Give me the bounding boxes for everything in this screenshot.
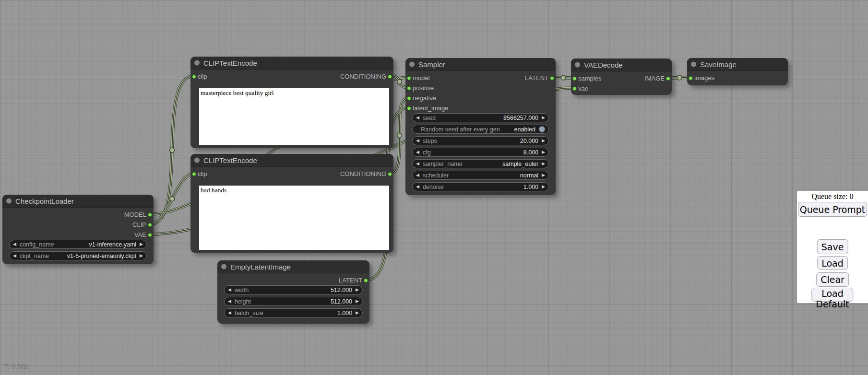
slot-rows: clipCONDITIONING [190,167,393,179]
collapse-dot[interactable] [691,62,696,67]
widget-value: 512.000 [331,287,352,293]
decrement-arrow-icon[interactable]: ◀ [416,139,419,143]
prompt-textarea[interactable] [199,186,389,250]
increment-arrow-icon[interactable]: ▶ [542,173,545,177]
model-input-slot[interactable] [407,76,411,80]
node-title-bar[interactable]: CheckpointLoader [2,195,154,208]
decrement-arrow-icon[interactable]: ◀ [416,116,419,120]
image-output-slot[interactable] [666,76,670,81]
samples-input-slot[interactable] [572,76,577,81]
latent-output-slot[interactable] [550,76,554,80]
node-title-label: CLIPTextEncode [203,156,257,164]
node-title-bar[interactable]: CLIPTextEncode [190,154,393,167]
slot-rows: samplesIMAGEvae [571,71,672,94]
slot-row: images [687,73,788,83]
slot-label-model: model [413,74,429,82]
increment-arrow-icon[interactable]: ▶ [140,254,143,258]
images-input-slot[interactable] [689,76,693,80]
increment-arrow-icon[interactable]: ▶ [542,150,545,154]
slot-rows: MODELCLIPVAE [2,208,154,240]
toggle-dot-icon[interactable] [539,126,545,132]
node-title-label: EmptyLatentImage [230,263,291,271]
scheduler-widget[interactable]: ◀schedulernormal▶ [412,171,549,180]
decrement-arrow-icon[interactable]: ◀ [416,162,419,166]
clip-input-slot[interactable] [192,74,196,79]
latent_image-input-slot[interactable] [407,106,411,110]
node-clip-text-encode-positive[interactable]: CLIPTextEncodeclipCONDITIONING [190,57,393,148]
decrement-arrow-icon[interactable]: ◀ [13,254,16,258]
ckpt_name-widget[interactable]: ◀ckpt_namev1-5-pruned-emaonly.ckpt▶ [9,251,147,260]
negative-input-slot[interactable] [407,96,411,100]
seed-widget[interactable]: ◀seed8566257.000▶ [412,113,549,122]
decrement-arrow-icon[interactable]: ◀ [416,185,419,189]
prompt-textarea[interactable] [199,88,389,145]
node-checkpoint-loader[interactable]: CheckpointLoaderMODELCLIPVAE◀config_name… [2,195,154,264]
node-title-bar[interactable]: CLIPTextEncode [190,57,393,70]
clip-output-slot[interactable] [148,223,152,227]
config_name-widget[interactable]: ◀config_namev1-inference.yaml▶ [9,240,147,249]
decrement-arrow-icon[interactable]: ◀ [228,311,231,315]
vae-output-slot[interactable] [148,233,152,237]
collapse-dot[interactable] [575,62,580,68]
widget-value: enabled [514,126,536,133]
queue-prompt-button[interactable]: Queue Prompt [798,202,867,217]
node-vae-decode[interactable]: VAEDecodesamplesIMAGEvae [571,59,672,95]
slot-row: samplesIMAGE [571,73,672,83]
node-title-bar[interactable]: Sampler [405,58,556,71]
width-widget[interactable]: ◀width512.000▶ [224,285,363,294]
increment-arrow-icon[interactable]: ▶ [542,162,545,166]
widget-value: 8566257.000 [503,115,538,121]
increment-arrow-icon[interactable]: ▶ [542,139,545,143]
node-empty-latent-image[interactable]: EmptyLatentImageLATENT◀width512.000▶◀hei… [217,260,369,324]
conditioning-output-slot[interactable] [388,172,392,176]
node-title-bar[interactable]: SaveImage [687,58,788,71]
slot-label-latent_image: latent_image [413,105,448,112]
node-sampler[interactable]: SamplermodelLATENTpositivenegativelatent… [405,58,556,195]
positive-input-slot[interactable] [407,86,411,90]
save-button[interactable]: Save [817,239,848,254]
increment-arrow-icon[interactable]: ▶ [356,311,359,315]
slot-label-samples: samples [578,75,601,82]
clip-input-slot[interactable] [192,172,196,176]
cfg-widget[interactable]: ◀cfg8.000▶ [412,148,549,157]
slot-label-image: IMAGE [644,75,665,82]
batch_size-widget[interactable]: ◀batch_size1.000▶ [224,308,363,317]
node-clip-text-encode-negative[interactable]: CLIPTextEncodeclipCONDITIONING [190,154,393,253]
slot-label-conditioning: CONDITIONING [340,170,386,177]
steps-widget[interactable]: ◀steps20.000▶ [412,136,549,145]
widget-label: Random seed after every gen [421,126,500,133]
decrement-arrow-icon[interactable]: ◀ [416,150,419,154]
widget-label: width [235,287,249,293]
vae-input-slot[interactable] [572,86,577,91]
denoise-widget[interactable]: ◀denoise1.000▶ [412,182,549,191]
conditioning-output-slot[interactable] [388,74,392,79]
increment-arrow-icon[interactable]: ▶ [140,242,143,246]
node-title-bar[interactable]: VAEDecode [571,59,672,71]
collapse-dot[interactable] [409,62,415,67]
collapse-dot[interactable] [194,60,200,66]
increment-arrow-icon[interactable]: ▶ [356,288,359,292]
increment-arrow-icon[interactable]: ▶ [356,299,359,304]
collapse-dot[interactable] [6,199,12,204]
decrement-arrow-icon[interactable]: ◀ [13,242,16,246]
decrement-arrow-icon[interactable]: ◀ [416,173,419,177]
latent-output-slot[interactable] [364,278,368,282]
increment-arrow-icon[interactable]: ▶ [542,185,545,189]
comfyui-graph-canvas[interactable]: { "canvas": { "timer_label": "T: 0.00s" … [0,0,868,375]
load-default-button[interactable]: Load Default [811,288,853,302]
model-output-slot[interactable] [148,212,152,217]
collapse-dot[interactable] [194,158,200,163]
random-seed-after-every-gen-widget[interactable]: Random seed after every genenabled [412,125,549,134]
menu-panel: Queue size: 0 Queue Prompt Save Load Cle… [797,191,868,303]
decrement-arrow-icon[interactable]: ◀ [228,299,231,304]
increment-arrow-icon[interactable]: ▶ [542,116,545,120]
node-save-image[interactable]: SaveImageimages [687,58,788,85]
decrement-arrow-icon[interactable]: ◀ [228,288,231,292]
height-widget[interactable]: ◀height512.000▶ [224,297,363,306]
load-button[interactable]: Load [817,256,848,270]
clear-button[interactable]: Clear [816,272,849,287]
collapse-dot[interactable] [221,264,226,270]
link-wire [150,76,194,224]
sampler_name-widget[interactable]: ◀sampler_namesample_euler▶ [412,159,549,168]
node-title-bar[interactable]: EmptyLatentImage [217,260,369,273]
